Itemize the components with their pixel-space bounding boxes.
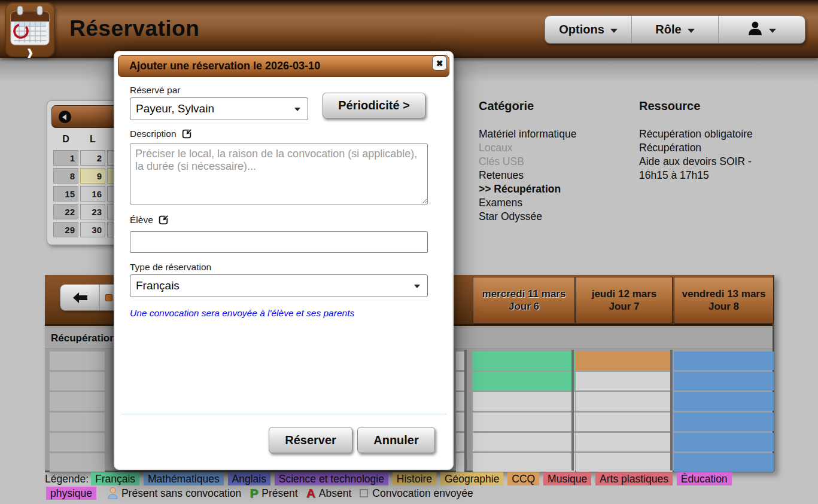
- legend: Légende:Français Mathématiques Anglais S…: [45, 472, 774, 500]
- schedule-cell[interactable]: [456, 433, 464, 451]
- chevron-down-icon: [414, 285, 420, 288]
- previous-month-button[interactable]: [59, 111, 71, 123]
- mini-calendar-day-cell[interactable]: 29: [53, 222, 78, 237]
- schedule-cell[interactable]: [456, 352, 464, 370]
- schedule-cell[interactable]: [576, 352, 673, 370]
- chevron-down-icon: [294, 108, 300, 111]
- reserve-button[interactable]: Réserver: [269, 427, 352, 453]
- reservation-type-select[interactable]: Français: [130, 274, 428, 297]
- role-button-label: Rôle: [655, 23, 681, 36]
- mini-calendar-day-cell[interactable]: 22: [53, 204, 78, 219]
- schedule-cell[interactable]: [50, 433, 105, 451]
- add-reservation-dialog: Ajouter une réservation le 2026-03-10 ✖ …: [114, 51, 454, 470]
- mini-calendar-day-cell[interactable]: 23: [80, 204, 105, 219]
- mini-calendar-day-cell[interactable]: 1: [53, 150, 78, 166]
- previous-week-button[interactable]: [60, 285, 100, 310]
- description-textarea[interactable]: [130, 143, 428, 204]
- schedule-cell[interactable]: [473, 372, 575, 390]
- mini-calendar-day-cell[interactable]: 15: [53, 186, 78, 201]
- schedule-cell[interactable]: [473, 352, 575, 370]
- schedule-cell[interactable]: [576, 372, 673, 390]
- legend-marker-label: Absent: [319, 487, 351, 499]
- mini-calendar-dow-label: L: [80, 134, 105, 145]
- schedule-cell[interactable]: [473, 413, 575, 431]
- chevron-down-icon: ❱: [26, 49, 34, 56]
- resource-list: Récupération obligatoireRécupérationAide…: [639, 127, 772, 182]
- insert-text-icon[interactable]: [181, 129, 192, 139]
- category-item[interactable]: Examens: [479, 196, 616, 210]
- day-column-header[interactable]: jeudi 12 mars Jour 7: [576, 277, 673, 323]
- mini-calendar-day-cell[interactable]: 2: [80, 150, 105, 166]
- app-logo-button[interactable]: ❱: [5, 2, 55, 57]
- schedule-cell[interactable]: [576, 453, 673, 472]
- reserved-by-select[interactable]: Payeur, Sylvain: [130, 97, 308, 120]
- person-icon: [108, 487, 118, 499]
- schedule-cell[interactable]: [576, 392, 673, 411]
- options-button[interactable]: Options: [545, 16, 632, 43]
- schedule-cell[interactable]: [50, 413, 105, 431]
- schedule-cell[interactable]: [674, 413, 774, 431]
- mini-calendar-day-cell[interactable]: 30: [80, 222, 105, 237]
- student-input[interactable]: [130, 231, 428, 253]
- category-item[interactable]: Clés USB: [479, 155, 616, 169]
- reservation-type-label-text: Type de réservation: [130, 262, 211, 273]
- schedule-cell[interactable]: [456, 413, 464, 431]
- mini-calendar-day-cell[interactable]: 9: [80, 168, 105, 184]
- schedule-cell[interactable]: [456, 372, 464, 390]
- schedule-cell[interactable]: [674, 392, 774, 411]
- legend-subject-chip: CCQ: [507, 472, 539, 485]
- reserved-by-label-text: Réservé par: [130, 85, 180, 96]
- resource-title: Ressource: [639, 99, 772, 113]
- reserved-by-label: Réservé par: [130, 85, 180, 96]
- legend-subject-chip: Géographie: [440, 472, 503, 485]
- schedule-cell[interactable]: [456, 453, 464, 472]
- category-item[interactable]: Matériel informatique: [479, 127, 616, 141]
- chevron-down-icon: [688, 29, 695, 33]
- close-icon[interactable]: ✖: [432, 56, 447, 71]
- cancel-button[interactable]: Annuler: [357, 427, 435, 453]
- legend-subject-chip: Musique: [543, 472, 591, 485]
- schedule-cell[interactable]: [50, 372, 105, 390]
- category-item[interactable]: Star Odyssée: [479, 210, 616, 224]
- schedule-cell[interactable]: [674, 453, 774, 472]
- insert-text-icon[interactable]: [158, 215, 169, 225]
- day-column-header[interactable]: vendredi 13 mars Jour 8: [674, 277, 774, 323]
- day-column-header[interactable]: mercredi 11 mars Jour 6: [473, 277, 575, 323]
- schedule-cell[interactable]: [50, 453, 105, 472]
- schedule-cell[interactable]: [576, 413, 673, 431]
- resource-item[interactable]: Aide aux devoirs SOIR - 16h15 à 17h15: [639, 155, 772, 182]
- present-icon: P: [250, 486, 258, 500]
- mini-calendar-day-cell[interactable]: 16: [80, 186, 105, 201]
- resource-item[interactable]: Récupération obligatoire: [639, 127, 772, 141]
- legend-marker: PPrésent: [250, 487, 297, 499]
- schedule-cell[interactable]: [456, 392, 464, 411]
- schedule-cell[interactable]: [50, 392, 105, 411]
- legend-subject-chip: Mathématiques: [144, 472, 224, 485]
- description-label: Description: [130, 129, 192, 139]
- reservation-type-label: Type de réservation: [130, 262, 211, 273]
- schedule-cell[interactable]: [473, 433, 575, 451]
- top-bar: ❱ Réservation Options Rôle: [0, 0, 818, 58]
- category-panel: Catégorie Matériel informatiqueLocauxClé…: [479, 99, 616, 224]
- mini-calendar-day-cell[interactable]: 8: [53, 168, 78, 184]
- category-item[interactable]: Locaux: [479, 141, 616, 155]
- user-menu-button[interactable]: [719, 16, 805, 43]
- role-button[interactable]: Rôle: [632, 16, 719, 43]
- column-divider: [670, 350, 673, 471]
- legend-subject-chip: Anglais: [228, 472, 270, 485]
- dialog-title-bar: Ajouter une réservation le 2026-03-10: [118, 55, 449, 77]
- schedule-cell[interactable]: [473, 392, 575, 411]
- schedule-cell[interactable]: [473, 453, 575, 472]
- reservation-type-value: Français: [136, 279, 180, 292]
- schedule-cell[interactable]: [674, 352, 774, 370]
- schedule-cell[interactable]: [50, 352, 105, 370]
- schedule-cell[interactable]: [674, 372, 774, 390]
- absent-icon: A: [306, 486, 315, 500]
- category-item[interactable]: >> Récupération: [479, 182, 616, 196]
- periodicity-button[interactable]: Périodicité >: [323, 93, 425, 118]
- schedule-cell[interactable]: [576, 433, 673, 451]
- schedule-cell[interactable]: [674, 433, 774, 451]
- legend-marker: Présent sans convocation: [108, 487, 241, 499]
- resource-item[interactable]: Récupération: [639, 141, 772, 155]
- category-item[interactable]: Retenues: [479, 169, 616, 182]
